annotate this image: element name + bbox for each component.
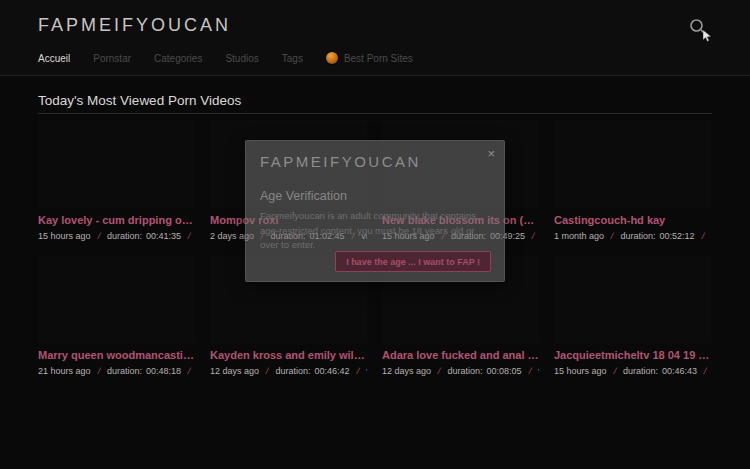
video-duration: 00:52:12 xyxy=(660,231,695,241)
nav-item-categories[interactable]: Categories xyxy=(154,53,202,64)
meta-separator: / xyxy=(700,366,711,376)
video-title[interactable]: Marry queen woodmancastingx ... xyxy=(38,349,195,361)
video-card: Kay lovely - cum dripping out of he... 1… xyxy=(38,120,195,241)
video-title[interactable]: Jacquieetmicheltv 18 04 19 elodie 2... xyxy=(554,349,711,361)
video-thumbnail[interactable] xyxy=(38,255,195,343)
video-age: 21 hours ago xyxy=(38,366,91,376)
nav-item-pornstar[interactable]: Pornstar xyxy=(93,53,131,64)
video-duration: 00:46:42 xyxy=(315,366,350,376)
close-icon[interactable]: × xyxy=(487,147,495,160)
video-age: 1 month ago xyxy=(554,231,604,241)
video-card: Castingcouch-hd kay 1 month ago / durati… xyxy=(554,120,711,241)
meta-separator: / xyxy=(262,366,273,376)
meta-separator: / xyxy=(698,231,709,241)
nav-item-best-porn-sites[interactable]: Best Porn Sites xyxy=(326,52,413,64)
meta-separator: / xyxy=(93,366,104,376)
video-duration: 00:41:35 xyxy=(146,231,181,241)
duration-label: duration: xyxy=(107,366,142,376)
site-logo[interactable]: FAPMEIFYOUCAN xyxy=(38,15,231,36)
mouse-cursor-icon xyxy=(703,28,712,46)
page-title: Today's Most Viewed Porn Videos xyxy=(38,93,241,108)
duration-label: duration: xyxy=(448,366,483,376)
video-title[interactable]: Kay lovely - cum dripping out of he... xyxy=(38,214,195,226)
nav-item-studios[interactable]: Studios xyxy=(225,53,258,64)
video-thumbnail[interactable] xyxy=(554,255,711,343)
meta-separator: / xyxy=(528,231,539,241)
nav-item-accueil[interactable]: Accueil xyxy=(38,53,70,64)
meta-separator: / xyxy=(184,231,195,241)
video-meta: 15 hours ago / duration: 00:41:35 / view… xyxy=(38,231,195,241)
age-verification-modal: FAPMEIFYOUCAN × Age Verification Fapmeif… xyxy=(245,140,505,282)
view-label: view: xyxy=(538,366,539,376)
video-age: 12 days ago xyxy=(382,366,431,376)
meta-separator: / xyxy=(607,231,618,241)
section-divider xyxy=(38,113,712,114)
modal-site-title: FAPMEIFYOUCAN xyxy=(260,153,421,170)
video-card: Marry queen woodmancastingx ... 21 hours… xyxy=(38,255,195,376)
video-duration: 00:46:43 xyxy=(662,366,697,376)
duration-label: duration: xyxy=(621,231,656,241)
age-verification-text: Fapmeifyoucan is an adult community that… xyxy=(260,209,488,253)
view-label: view: xyxy=(366,366,367,376)
page: FAPMEIFYOUCAN Accueil Pornstar Categorie… xyxy=(0,0,750,469)
meta-separator: / xyxy=(353,366,364,376)
video-meta: 15 hours ago / duration: 00:46:43 / view… xyxy=(554,366,711,376)
nav-item-tags[interactable]: Tags xyxy=(282,53,303,64)
video-title[interactable]: Castingcouch-hd kay xyxy=(554,214,711,226)
header: FAPMEIFYOUCAN Accueil Pornstar Categorie… xyxy=(0,0,750,76)
video-thumbnail[interactable] xyxy=(38,120,195,208)
age-verification-heading: Age Verification xyxy=(260,189,347,203)
video-duration: 00:48:18 xyxy=(146,366,181,376)
video-age: 15 hours ago xyxy=(554,366,607,376)
duration-label: duration: xyxy=(276,366,311,376)
meta-separator: / xyxy=(434,366,445,376)
video-meta: 1 month ago / duration: 00:52:12 / view:… xyxy=(554,231,711,241)
main-nav: Accueil Pornstar Categories Studios Tags… xyxy=(38,52,413,64)
meta-separator: / xyxy=(93,231,104,241)
video-age: 15 hours ago xyxy=(38,231,91,241)
duration-label: duration: xyxy=(623,366,658,376)
video-title[interactable]: Kayden kross and emily willis - infl... xyxy=(210,349,367,361)
video-card: Jacquieetmicheltv 18 04 19 elodie 2... 1… xyxy=(554,255,711,376)
duration-label: duration: xyxy=(107,231,142,241)
meta-separator: / xyxy=(184,366,195,376)
age-confirm-button[interactable]: I have the age ... I want to FAP ! xyxy=(335,251,491,272)
best-porn-sites-label: Best Porn Sites xyxy=(344,53,413,64)
best-porn-sites-badge-icon xyxy=(326,52,338,64)
video-duration: 00:08:05 xyxy=(487,366,522,376)
video-meta: 21 hours ago / duration: 00:48:18 / view… xyxy=(38,366,195,376)
meta-separator: / xyxy=(609,366,620,376)
video-meta: 12 days ago / duration: 00:46:42 / view:… xyxy=(210,366,367,376)
video-title[interactable]: Adara love fucked and anal cream... xyxy=(382,349,539,361)
video-thumbnail[interactable] xyxy=(554,120,711,208)
video-meta: 12 days ago / duration: 00:08:05 / view:… xyxy=(382,366,539,376)
video-age: 12 days ago xyxy=(210,366,259,376)
meta-separator: / xyxy=(525,366,536,376)
